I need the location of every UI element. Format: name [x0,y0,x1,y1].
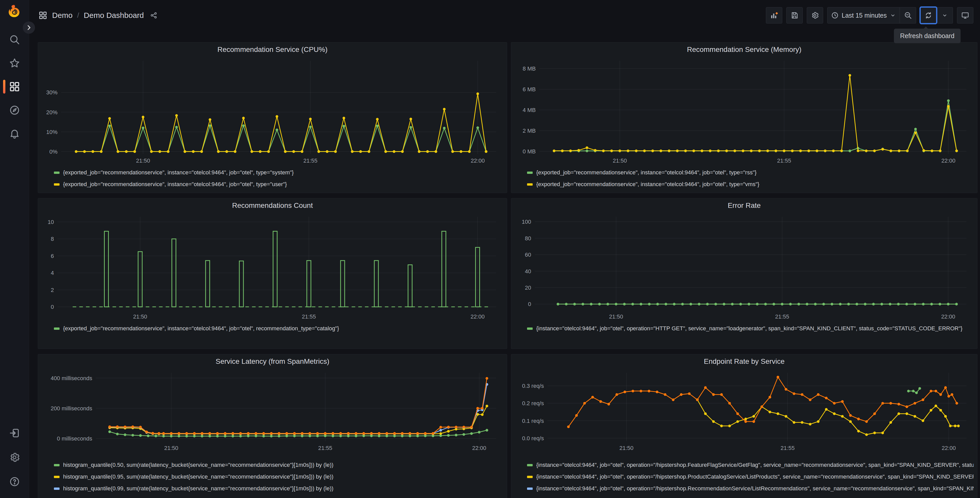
legend-item[interactable]: {instance="otelcol:9464", job="otel", op… [527,459,974,471]
x-axis-tick-label: 21:50 [613,158,627,164]
share-dashboard-button[interactable] [150,11,158,19]
y-axis-tick-label: 6 [51,253,54,259]
refresh-button[interactable] [920,7,937,24]
legend-item[interactable]: {instance="otelcol:9464", job="otel", op… [527,322,974,334]
x-axis-tick-label: 22:00 [472,445,486,451]
y-axis-tick-label: 0.2 req/s [522,400,544,407]
legend-item[interactable]: {instance="otelcol:9464", job="otel", op… [527,471,974,483]
y-axis-tick-label: 8 MB [523,65,536,72]
zoom-out-icon [904,11,912,19]
legend-item[interactable]: histogram_quantile(0.999, sum(rate(laten… [54,495,503,498]
sign-in-icon [9,428,20,439]
legend-item[interactable]: {exported_job="recommendationservice", i… [527,167,974,179]
legend-swatch-icon [527,172,533,174]
legend-swatch-icon [54,476,59,478]
sidebar-item-alerting[interactable] [8,127,21,140]
legend-item[interactable]: {instance="otelcol:9464", job="otel", op… [527,483,974,495]
sidebar-item-dashboards[interactable] [8,80,21,93]
legend-item[interactable]: {exported_job="recommendationservice", i… [527,179,974,190]
panel: Recommendation Service (Memory)21:5021:5… [511,42,977,193]
legend-label[interactable]: {exported_job="recommendationservice", i… [63,181,287,188]
legend-item[interactable]: {exported_job="recommendationservice", i… [54,167,503,179]
time-series-plot[interactable]: 21:5021:5522:000.0 req/s0.1 req/s0.2 req… [515,369,974,453]
time-series-plot[interactable]: 21:5021:5522:000%10%20%30% [41,57,503,166]
legend-swatch-icon [54,487,59,490]
y-axis-tick-label: 400 milliseconds [51,375,92,381]
panel-title[interactable]: Endpoint Rate by Service [515,354,974,369]
legend-swatch-icon [54,327,59,330]
legend-label[interactable]: histogram_quantile(0.95, sum(rate(latenc… [63,474,333,480]
dashboards-grid-icon [9,81,20,92]
legend-item[interactable]: {exported_job="recommendationservice", i… [54,322,503,334]
panel-legend: {exported_job="recommendationservice", i… [54,322,503,334]
sidebar-item-sign-in[interactable] [8,426,21,440]
panel-title[interactable]: Recommendation Service (Memory) [515,42,974,57]
sidebar-item-search[interactable] [8,33,21,46]
legend-item[interactable]: histogram_quantile(0.95, sum(rate(latenc… [54,471,503,483]
sidebar-item-configuration[interactable] [8,451,21,464]
panel: Error Rate21:5021:5522:00020406080100{in… [511,198,977,349]
legend-label[interactable]: {instance="otelcol:9464", job="otel", op… [536,497,974,498]
share-icon [150,11,158,19]
panel-title[interactable]: Service Latency (from SpanMetrics) [41,354,503,369]
legend-label[interactable]: {instance="otelcol:9464", job="otel", op… [536,474,974,480]
legend-item[interactable]: {instance="otelcol:9464", job="otel", op… [527,495,974,498]
x-axis-tick-label: 21:50 [619,445,633,451]
save-dashboard-button[interactable] [786,7,803,24]
legend-label[interactable]: {instance="otelcol:9464", job="otel", op… [536,325,963,332]
x-axis-tick-label: 21:50 [136,158,150,164]
y-axis-tick-label: 2 [51,287,54,293]
panel-title[interactable]: Error Rate [515,198,974,213]
y-axis-tick-label: 10% [46,129,57,135]
kiosk-mode-button[interactable] [957,7,974,24]
save-icon [791,11,799,19]
time-series-plot[interactable]: 21:5021:5522:00020406080100 [515,213,974,322]
legend-item[interactable]: {exported_job="recommendationservice", i… [54,179,503,190]
panel: Recommendations Count21:5021:5522:000246… [38,198,507,349]
time-series-plot[interactable]: 21:5021:5522:000246810 [41,213,503,322]
refresh-tooltip: Refresh dashboard [894,29,961,43]
zoom-out-button[interactable] [900,7,916,24]
sidebar-item-help[interactable] [8,475,21,488]
legend-swatch-icon [54,172,59,174]
y-axis-tick-label: 0 MB [523,148,536,155]
legend-label[interactable]: histogram_quantile(0.99, sum(rate(latenc… [63,485,333,492]
sidebar-item-explore[interactable] [8,104,21,117]
legend-label[interactable]: {exported_job="recommendationservice", i… [536,181,759,188]
y-axis-tick-label: 20% [46,109,57,115]
legend-item[interactable]: histogram_quantile(0.50, sum(rate(latenc… [54,459,503,471]
breadcrumb-page[interactable]: Demo Dashboard [84,11,144,20]
add-panel-button[interactable] [766,7,782,24]
x-axis-tick-label: 21:50 [164,445,178,451]
legend-label[interactable]: histogram_quantile(0.50, sum(rate(latenc… [63,462,333,468]
legend-label[interactable]: {instance="otelcol:9464", job="otel", op… [536,462,974,468]
legend-label[interactable]: {exported_job="recommendationservice", i… [63,169,294,176]
y-axis-tick-label: 30% [46,89,57,96]
panel-title[interactable]: Recommendations Count [41,198,503,213]
y-axis-tick-label: 40 [525,268,531,275]
legend-item[interactable]: histogram_quantile(0.99, sum(rate(latenc… [54,483,503,495]
time-series-plot[interactable]: 21:5021:5522:000 milliseconds200 millise… [41,369,503,453]
x-axis-tick-label: 22:00 [471,158,485,164]
breadcrumb-section[interactable]: Demo [52,11,73,20]
y-axis-tick-label: 0 milliseconds [57,435,92,442]
x-axis-tick-label: 21:55 [781,445,794,451]
panel-title[interactable]: Recommendation Service (CPU%) [41,42,503,57]
dashboard-settings-button[interactable] [807,7,823,24]
monitor-icon [961,11,969,19]
search-icon [9,34,20,45]
legend-swatch-icon [54,464,59,466]
legend-label[interactable]: {exported_job="recommendationservice", i… [63,325,339,332]
y-axis-tick-label: 2 MB [523,128,536,134]
refresh-interval-dropdown[interactable] [937,7,953,24]
sidebar-item-starred[interactable] [8,56,21,70]
time-series-plot[interactable]: 21:5021:5522:000 MB2 MB4 MB6 MB8 MB [515,57,974,166]
panel: Endpoint Rate by Service21:5021:5522:000… [511,354,977,498]
legend-swatch-icon [54,183,59,185]
time-range-picker[interactable]: Last 15 minutes [827,7,900,24]
legend-label[interactable]: {instance="otelcol:9464", job="otel", op… [536,485,974,492]
legend-label[interactable]: histogram_quantile(0.999, sum(rate(laten… [63,497,336,498]
sidebar-expand-button[interactable] [23,21,35,34]
legend-label[interactable]: {exported_job="recommendationservice", i… [536,169,756,176]
grafana-logo-icon[interactable] [6,4,22,21]
